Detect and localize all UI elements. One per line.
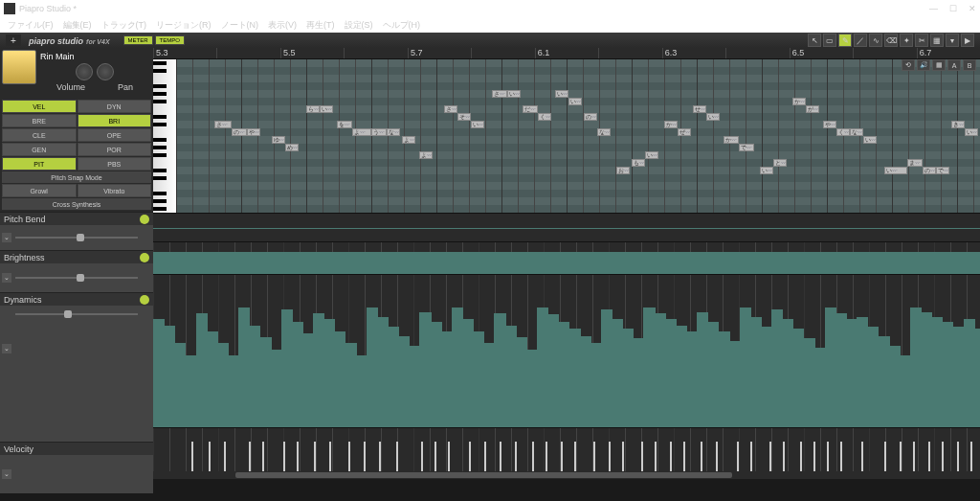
velocity-bar[interactable] — [900, 442, 902, 472]
note[interactable]: や〰 — [247, 128, 260, 136]
velocity-bar[interactable] — [942, 442, 944, 472]
note[interactable]: か〰 — [792, 98, 806, 105]
param-gen-button[interactable]: GEN — [2, 143, 77, 156]
singer-avatar[interactable] — [2, 50, 36, 84]
velocity-bar[interactable] — [249, 442, 251, 472]
note[interactable]: と〰 — [773, 159, 787, 167]
velocity-bar[interactable] — [655, 442, 657, 472]
velocity-bar[interactable] — [840, 442, 842, 472]
note[interactable]: だ〰 — [523, 105, 538, 113]
menu-region[interactable]: リージョン(R) — [152, 19, 215, 32]
note[interactable]: ら〰 — [306, 105, 320, 113]
add-track-button[interactable]: + — [6, 34, 21, 46]
note[interactable]: い〰 — [965, 128, 978, 136]
velocity-bar[interactable] — [827, 442, 829, 472]
note[interactable]: い〰 — [555, 90, 568, 98]
note[interactable]: お〰 — [616, 167, 630, 174]
brightness-header[interactable]: Brightness — [0, 250, 153, 263]
velocity-bar[interactable] — [683, 442, 685, 472]
velocity-bar[interactable] — [783, 442, 785, 472]
velocity-bar[interactable] — [224, 442, 226, 472]
note[interactable]: さ〰 — [214, 121, 232, 128]
tool-pencil-icon[interactable]: ✎ — [838, 34, 852, 47]
maximize-button[interactable]: ☐ — [949, 4, 957, 13]
velocity-bar[interactable] — [500, 442, 501, 472]
note[interactable]: い〰 — [568, 98, 582, 105]
note[interactable]: で〰 — [936, 167, 949, 174]
tool-play-icon[interactable]: ▶ — [961, 34, 974, 47]
velocity-bar[interactable] — [716, 442, 718, 472]
velocity-bar[interactable] — [329, 442, 331, 472]
param-bre-button[interactable]: BRE — [2, 114, 77, 127]
time-ruler[interactable]: 5.35.55.76.16.36.56.7 — [153, 48, 980, 59]
menu-view[interactable]: 表示(V) — [264, 19, 301, 32]
velocity-bar[interactable] — [970, 442, 972, 472]
velocity-bar[interactable] — [448, 442, 450, 472]
velocity-bar[interactable] — [469, 442, 471, 472]
tempo-button[interactable]: TEMPO — [155, 35, 185, 45]
note[interactable]: い〰 — [645, 151, 658, 159]
piano-keyboard[interactable] — [153, 59, 176, 213]
velocity-bar[interactable] — [348, 442, 350, 472]
param-dyn-button[interactable]: DYN — [78, 100, 152, 113]
velocity-bar[interactable] — [957, 442, 959, 472]
note[interactable]: う〰 — [371, 128, 387, 136]
note[interactable]: よ〰 — [352, 128, 371, 136]
menu-settings[interactable]: 設定(S) — [341, 19, 377, 32]
note[interactable]: も〰 — [632, 159, 645, 167]
note[interactable]: い〰 — [760, 167, 773, 174]
velocity-bar[interactable] — [609, 442, 611, 472]
param-ope-button[interactable]: OPE — [78, 128, 152, 142]
tool-curve-icon[interactable]: ∿ — [869, 34, 882, 47]
pitch-bend-lane[interactable] — [153, 214, 980, 241]
velocity-bar[interactable] — [546, 442, 547, 472]
velocity-bar[interactable] — [484, 442, 486, 472]
velocity-bar[interactable] — [379, 442, 381, 472]
velocity-bar[interactable] — [314, 442, 316, 472]
note[interactable]: の〰 — [923, 167, 936, 174]
menu-file[interactable]: ファイル(F) — [4, 19, 57, 32]
note[interactable]: さ〰 — [444, 105, 457, 113]
velocity-bar[interactable] — [928, 442, 930, 472]
param-vibrato[interactable]: Vibrato — [78, 184, 152, 197]
close-button[interactable]: ✕ — [969, 4, 976, 13]
velocity-bar[interactable] — [641, 442, 643, 472]
velocity-bar[interactable] — [750, 442, 752, 472]
note[interactable]: い〰 — [706, 113, 720, 121]
minimize-button[interactable]: — — [929, 4, 938, 13]
velocity-bar[interactable] — [262, 442, 264, 472]
note[interactable]: き〰 — [951, 121, 965, 128]
dynamics-header[interactable]: Dynamics — [0, 292, 153, 306]
velocity-bar[interactable] — [209, 442, 211, 472]
param-pbs-button[interactable]: PBS — [78, 157, 152, 171]
collapse-button[interactable]: ⌄ — [2, 233, 11, 242]
tool-select-icon[interactable]: ▭ — [823, 34, 836, 47]
tool-pointer-icon[interactable]: ↖ — [808, 34, 821, 47]
velocity-bar[interactable] — [421, 442, 423, 472]
velocity-bar[interactable] — [813, 442, 815, 472]
note[interactable]: の〰 — [584, 113, 597, 121]
note[interactable]: め〰 — [285, 144, 299, 151]
velocity-bar[interactable] — [364, 442, 366, 472]
marker-a-icon[interactable]: A — [947, 59, 961, 71]
velocity-bar[interactable] — [434, 442, 436, 472]
pitch-bend-slider[interactable] — [15, 237, 138, 239]
note[interactable]: ゆ〰 — [272, 136, 285, 144]
collapse-button[interactable]: ⌄ — [2, 469, 11, 479]
velocity-bar[interactable] — [191, 442, 193, 472]
grid-toggle-icon[interactable]: ▦ — [932, 59, 946, 71]
dynamics-slider[interactable] — [15, 313, 138, 315]
brightness-lane[interactable] — [153, 242, 980, 274]
note[interactable]: で〰 — [739, 144, 754, 151]
note[interactable]: い〰 — [471, 121, 484, 128]
velocity-bar[interactable] — [884, 442, 886, 472]
param-vel-button[interactable]: VEL — [2, 100, 77, 113]
note[interactable]: か〰 — [664, 121, 678, 128]
volume-knob[interactable] — [76, 63, 93, 80]
pan-knob[interactable] — [97, 63, 114, 80]
velocity-lane[interactable] — [153, 428, 980, 471]
note[interactable]: か〰 — [724, 136, 739, 144]
velocity-bar[interactable] — [701, 442, 702, 472]
note[interactable]: ま〰 — [907, 159, 923, 167]
tool-line-icon[interactable]: ／ — [854, 34, 867, 47]
